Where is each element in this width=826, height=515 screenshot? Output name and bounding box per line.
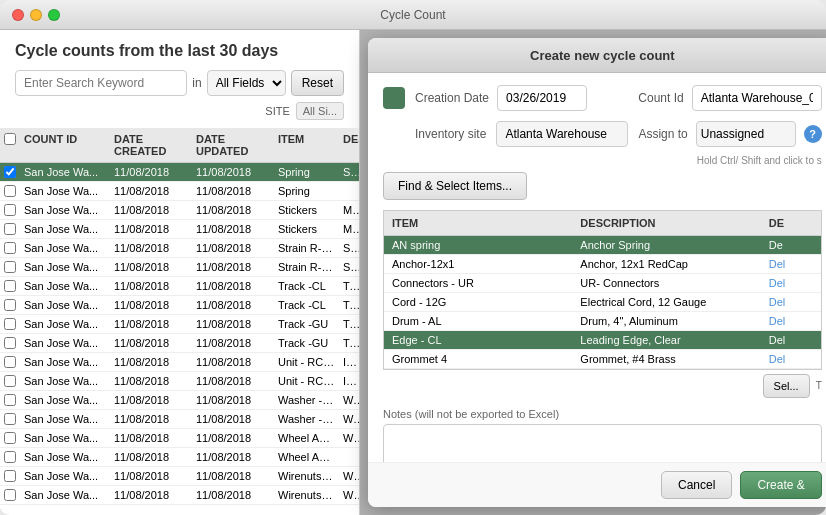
row-check[interactable] <box>4 318 16 330</box>
table-row[interactable]: San Jose Wa... 11/08/2018 11/08/2018 Tra… <box>0 296 359 315</box>
row-checkbox[interactable] <box>0 391 20 409</box>
items-row[interactable]: AN spring Anchor Spring De <box>384 236 821 255</box>
table-row[interactable]: San Jose Wa... 11/08/2018 11/08/2018 Was… <box>0 391 359 410</box>
row-checkbox[interactable] <box>0 258 20 276</box>
modal: Create new cycle count Creation Date Cou… <box>368 38 826 507</box>
row-checkbox[interactable] <box>0 277 20 295</box>
row-checkbox[interactable] <box>0 315 20 333</box>
count-id-input[interactable] <box>692 85 822 111</box>
row-check[interactable] <box>4 204 16 216</box>
table-row[interactable]: San Jose Wa... 11/08/2018 11/08/2018 Whe… <box>0 448 359 467</box>
items-row[interactable]: Connectors - UR UR- Connectors Del <box>384 274 821 293</box>
row-checkbox[interactable] <box>0 239 20 257</box>
all-sites-button[interactable]: All Si... <box>296 102 344 120</box>
row-item: Track -GU <box>274 334 339 352</box>
create-button[interactable]: Create & <box>740 471 821 499</box>
row-date-updated: 11/08/2018 <box>192 353 274 371</box>
table-row[interactable]: San Jose Wa... 11/08/2018 11/08/2018 Spr… <box>0 182 359 201</box>
table-row[interactable]: San Jose Wa... 11/08/2018 11/08/2018 Was… <box>0 410 359 429</box>
row-item: Unit - RC-1/2... <box>274 372 339 390</box>
row-check[interactable] <box>4 356 16 368</box>
table-row[interactable]: San Jose Wa... 11/08/2018 11/08/2018 Spr… <box>0 163 359 182</box>
row-check[interactable] <box>4 375 16 387</box>
row-checkbox[interactable] <box>0 372 20 390</box>
table-row[interactable]: San Jose Wa... 11/08/2018 11/08/2018 Wir… <box>0 467 359 486</box>
delete-link[interactable]: Del <box>761 331 821 349</box>
row-checkbox[interactable] <box>0 410 20 428</box>
table-row[interactable]: San Jose Wa... 11/08/2018 11/08/2018 Whe… <box>0 429 359 448</box>
items-row[interactable]: Edge - CL Leading Edge, Clear Del <box>384 331 821 350</box>
row-checkbox[interactable] <box>0 334 20 352</box>
reset-button[interactable]: Reset <box>291 70 344 96</box>
table-row[interactable]: San Jose Wa... 11/08/2018 11/08/2018 Tra… <box>0 277 359 296</box>
assign-to-select[interactable]: Unassigned <box>696 121 796 147</box>
row-check[interactable] <box>4 242 16 254</box>
row-date-updated: 11/08/2018 <box>192 163 274 181</box>
row-check[interactable] <box>4 432 16 444</box>
items-row[interactable]: Cord - 12G Electrical Cord, 12 Gauge Del <box>384 293 821 312</box>
select-all-checkbox[interactable] <box>4 133 16 145</box>
row-check[interactable] <box>4 223 16 235</box>
row-check[interactable] <box>4 337 16 349</box>
row-check[interactable] <box>4 261 16 273</box>
delete-link[interactable]: Del <box>761 274 821 292</box>
row-check[interactable] <box>4 413 16 425</box>
items-col-description: DESCRIPTION <box>572 215 760 231</box>
row-desc: Wire <box>339 467 359 485</box>
cancel-button[interactable]: Cancel <box>661 471 732 499</box>
row-checkbox[interactable] <box>0 296 20 314</box>
row-date-created: 11/08/2018 <box>110 334 192 352</box>
table-row[interactable]: San Jose Wa... 11/08/2018 11/08/2018 Uni… <box>0 353 359 372</box>
items-row[interactable]: Grommet 4 Grommet, #4 Brass Del <box>384 350 821 369</box>
delete-link[interactable]: Del <box>761 350 821 368</box>
items-col-del: DE <box>761 215 821 231</box>
table-row[interactable]: San Jose Wa... 11/08/2018 11/08/2018 Sti… <box>0 201 359 220</box>
row-checkbox[interactable] <box>0 486 20 504</box>
table-row[interactable]: San Jose Wa... 11/08/2018 11/08/2018 Uni… <box>0 372 359 391</box>
select-button[interactable]: Sel... <box>763 374 810 398</box>
row-checkbox[interactable] <box>0 182 20 200</box>
notes-textarea[interactable] <box>383 424 822 462</box>
delete-link[interactable]: De <box>761 236 821 254</box>
row-check[interactable] <box>4 299 16 311</box>
delete-link[interactable]: Del <box>761 293 821 311</box>
maximize-button[interactable] <box>48 9 60 21</box>
col-item: ITEM <box>274 131 339 159</box>
delete-link[interactable]: Del <box>761 312 821 330</box>
items-row[interactable]: Anchor-12x1 Anchor, 12x1 RedCap Del <box>384 255 821 274</box>
search-input[interactable] <box>15 70 187 96</box>
row-checkbox[interactable] <box>0 448 20 466</box>
row-checkbox[interactable] <box>0 220 20 238</box>
row-check[interactable] <box>4 394 16 406</box>
creation-date-input[interactable] <box>497 85 587 111</box>
row-date-updated: 11/08/2018 <box>192 486 274 504</box>
inventory-site-select[interactable]: Atlanta Warehouse <box>496 121 628 147</box>
items-row[interactable]: Drum - AL Drum, 4", Aluminum Del <box>384 312 821 331</box>
row-checkbox[interactable] <box>0 163 20 181</box>
table-row[interactable]: San Jose Wa... 11/08/2018 11/08/2018 Wir… <box>0 486 359 505</box>
row-check[interactable] <box>4 166 16 178</box>
delete-link[interactable]: Del <box>761 255 821 273</box>
row-check[interactable] <box>4 451 16 463</box>
table-row[interactable]: San Jose Wa... 11/08/2018 11/08/2018 Tra… <box>0 334 359 353</box>
row-check[interactable] <box>4 185 16 197</box>
row-checkbox[interactable] <box>0 429 20 447</box>
search-field-select[interactable]: All Fields <box>207 70 286 96</box>
table-row[interactable]: San Jose Wa... 11/08/2018 11/08/2018 Str… <box>0 258 359 277</box>
row-date-updated: 11/08/2018 <box>192 372 274 390</box>
table-row[interactable]: San Jose Wa... 11/08/2018 11/08/2018 Str… <box>0 239 359 258</box>
row-checkbox[interactable] <box>0 201 20 219</box>
help-button[interactable]: ? <box>804 125 822 143</box>
close-button[interactable] <box>12 9 24 21</box>
row-checkbox[interactable] <box>0 467 20 485</box>
find-select-button[interactable]: Find & Select Items... <box>383 172 527 200</box>
row-date-updated: 11/08/2018 <box>192 334 274 352</box>
row-check[interactable] <box>4 280 16 292</box>
item-description: Drum, 4", Aluminum <box>572 312 760 330</box>
table-row[interactable]: San Jose Wa... 11/08/2018 11/08/2018 Sti… <box>0 220 359 239</box>
minimize-button[interactable] <box>30 9 42 21</box>
row-checkbox[interactable] <box>0 353 20 371</box>
table-row[interactable]: San Jose Wa... 11/08/2018 11/08/2018 Tra… <box>0 315 359 334</box>
row-check[interactable] <box>4 470 16 482</box>
row-check[interactable] <box>4 489 16 501</box>
